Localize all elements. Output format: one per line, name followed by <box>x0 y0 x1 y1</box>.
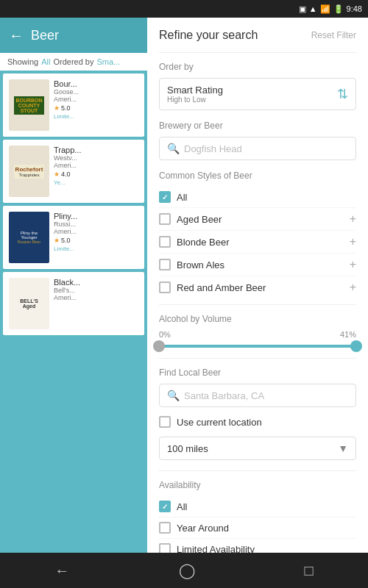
abv-max: 41% <box>340 330 356 339</box>
avail-label-year: Year Around <box>177 523 356 534</box>
avail-item-all[interactable]: All <box>159 496 356 517</box>
style-item-aged[interactable]: Aged Beer + <box>159 208 356 231</box>
beer-country: Ameri... <box>54 96 138 103</box>
style-label-all: All <box>177 192 356 203</box>
left-panel: ← Beer Showing All Ordered by Sma... BOU… <box>0 18 147 553</box>
wifi-icon: 📶 <box>320 4 330 14</box>
location-search-icon: 🔍 <box>167 390 180 401</box>
showing-bar: Showing All Ordered by Sma... <box>0 53 147 71</box>
avail-item-limited[interactable]: Limited Availability <box>159 539 356 553</box>
beer-rating: ★ 5.0 <box>54 104 138 112</box>
beer-brewery: Bell's... <box>54 287 138 294</box>
beer-tag: Limite... <box>54 245 138 252</box>
style-item-brown[interactable]: Brown Ales + <box>159 254 356 276</box>
avail-item-year[interactable]: Year Around <box>159 517 356 539</box>
filter-title: Refine your search <box>159 29 258 42</box>
avail-checkbox-year[interactable] <box>159 522 171 534</box>
expand-blonde-icon[interactable]: + <box>350 235 356 248</box>
ordered-by-value: Sma... <box>96 57 120 66</box>
beer-name: Black... <box>54 278 138 287</box>
filter-header: Refine your search Reset Filter <box>159 18 356 53</box>
beer-label-image: BELL'SAged <box>9 278 49 329</box>
avail-label-limited: Limited Availability <box>177 544 356 553</box>
order-by-sub: High to Low <box>167 96 223 104</box>
status-icons: ▣ ▲ 📶 🔋 9:48 <box>299 4 362 14</box>
common-styles-list: All Aged Beer + Blonde Beer + Brown Ales… <box>159 187 356 298</box>
status-bar: ▣ ▲ 📶 🔋 9:48 <box>0 0 368 18</box>
home-nav-button[interactable]: ◯ <box>179 562 195 579</box>
abv-range: 0% 41% <box>159 330 356 339</box>
divider1 <box>159 304 356 305</box>
order-by-text: Smart Rating High to Low <box>167 85 223 104</box>
beer-info: Pliny... Russi... Ameri... ★ 5.0 Limite.… <box>54 212 138 252</box>
expand-brown-icon[interactable]: + <box>350 258 356 271</box>
beer-name: Pliny... <box>54 212 138 220</box>
order-by-box[interactable]: Smart Rating High to Low ⇅ <box>159 78 356 110</box>
slider-thumb-left[interactable] <box>153 340 165 352</box>
use-location-label: Use current location <box>177 417 356 428</box>
style-item-blonde[interactable]: Blonde Beer + <box>159 231 356 254</box>
style-label-blonde: Blonde Beer <box>177 237 344 248</box>
availability-label: Availability <box>159 480 356 490</box>
brewery-search-box[interactable]: 🔍 Dogfish Head <box>159 137 356 160</box>
beer-label-image: Pliny theYounger Russian River <box>9 212 49 263</box>
common-styles-label: Common Styles of Beer <box>159 171 356 181</box>
miles-value: 100 miles <box>167 443 208 454</box>
beer-label-image: Rochefort Trappistes <box>9 146 49 197</box>
beer-info: Bour... Goose... Ameri... ★ 5.0 Limite..… <box>54 79 138 120</box>
beer-brewery: Goose... <box>54 88 138 96</box>
checkbox-brown[interactable] <box>159 259 171 270</box>
beer-info: Black... Bell's... Ameri... <box>54 278 138 301</box>
beer-brewery: Westv... <box>54 154 138 162</box>
beer-tag: Ye... <box>54 179 138 186</box>
search-icon: 🔍 <box>167 143 180 154</box>
miles-dropdown[interactable]: 100 miles ▼ <box>159 437 356 460</box>
checkbox-blonde[interactable] <box>159 236 171 248</box>
style-item-all[interactable]: All <box>159 187 356 208</box>
checkbox-all[interactable] <box>159 191 171 203</box>
beer-rating: ★ 5.0 <box>54 237 138 244</box>
list-item[interactable]: BELL'SAged Black... Bell's... Ameri... <box>3 272 144 335</box>
time: 9:48 <box>347 4 362 13</box>
expand-red-icon[interactable]: + <box>350 281 356 294</box>
style-item-red[interactable]: Red and Amber Beer + <box>159 276 356 298</box>
expand-aged-icon[interactable]: + <box>350 212 356 226</box>
style-label-brown: Brown Ales <box>177 259 344 270</box>
list-item[interactable]: BOURBONCOUNTYSTOUT Bour... Goose... Amer… <box>3 74 144 137</box>
list-item[interactable]: Rochefort Trappistes Trapp... Westv... A… <box>3 140 144 203</box>
main-container: ← Beer Showing All Ordered by Sma... BOU… <box>0 18 368 553</box>
rating-value: 5.0 <box>61 237 71 244</box>
divider2 <box>159 358 356 359</box>
beer-rating: ★ 4.0 <box>54 171 138 178</box>
divider3 <box>159 470 356 471</box>
dropdown-arrow-icon: ▼ <box>338 442 348 454</box>
avail-checkbox-all[interactable] <box>159 501 171 512</box>
back-button[interactable]: ← <box>9 27 24 44</box>
use-current-location-row[interactable]: Use current location <box>159 413 356 431</box>
brewery-search-input[interactable]: Dogfish Head <box>184 143 242 154</box>
avail-checkbox-limited[interactable] <box>159 543 171 553</box>
beer-country: Ameri... <box>54 162 138 169</box>
slider-thumb-right[interactable] <box>350 340 362 352</box>
showing-all[interactable]: All <box>41 57 50 66</box>
find-local-beer-section: Find Local Beer 🔍 Santa Barbara, CA Use … <box>159 368 356 460</box>
order-by-main: Smart Rating <box>167 85 223 96</box>
beer-country: Ameri... <box>54 294 138 301</box>
checkbox-red[interactable] <box>159 282 171 293</box>
checkbox-aged[interactable] <box>159 213 171 225</box>
left-panel-title: Beer <box>31 28 59 43</box>
beer-tag: Limite... <box>54 113 138 120</box>
recent-nav-button[interactable]: □ <box>305 562 314 579</box>
list-item[interactable]: Pliny theYounger Russian River Pliny... … <box>3 206 144 269</box>
location-input-box[interactable]: 🔍 Santa Barbara, CA <box>159 384 356 407</box>
avail-label-all: All <box>177 501 356 512</box>
showing-label: Showing <box>7 57 38 66</box>
back-nav-button[interactable]: ← <box>54 562 69 579</box>
reset-filter-button[interactable]: Reset Filter <box>311 30 356 40</box>
abv-slider-track[interactable] <box>159 345 356 348</box>
beer-label-image: BOURBONCOUNTYSTOUT <box>9 79 49 131</box>
local-beer-label: Find Local Beer <box>159 368 356 378</box>
use-location-checkbox[interactable] <box>159 416 171 428</box>
location-input[interactable]: Santa Barbara, CA <box>184 390 264 401</box>
rating-value: 5.0 <box>61 104 71 112</box>
